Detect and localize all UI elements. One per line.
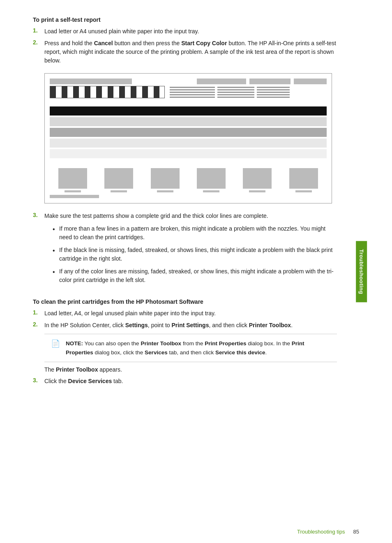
color-box-label-6 — [295, 190, 312, 192]
color-bands — [50, 102, 327, 165]
steps-list-2: 1. Load letter, A4, or legal unused plai… — [33, 309, 337, 330]
bullet-dot-3: • — [53, 267, 59, 284]
band-lighter — [50, 149, 327, 158]
hline — [257, 87, 290, 88]
note-box: 📄 NOTE: You can also open the Printer To… — [44, 334, 337, 362]
color-box-group-4 — [197, 168, 226, 192]
diagram-bar-right-2 — [249, 79, 291, 84]
color-box-group-3 — [151, 168, 180, 192]
step-2-content-3: Click the Device Services tab. — [44, 377, 337, 386]
right-lines-group — [170, 86, 290, 98]
diagram-bars-right — [197, 79, 327, 84]
step-number-3: 3. — [33, 212, 44, 289]
color-box-group-6 — [289, 168, 318, 192]
steps-list-step3: 3. Make sure the test patterns show a co… — [33, 212, 337, 289]
hline — [217, 92, 254, 93]
step-1: 1. Load letter or A4 unused plain white … — [33, 27, 337, 36]
color-box-label-4 — [203, 190, 219, 192]
color-box-4 — [197, 168, 226, 189]
hline — [170, 87, 215, 88]
color-box-group-2 — [104, 168, 133, 192]
color-box-label-5 — [249, 190, 265, 192]
bullet-list-1: • If more than a few lines in a pattern … — [53, 224, 337, 284]
sidebar-tab: Troubleshooting — [356, 241, 367, 302]
step-content-1: Load letter or A4 unused plain white pap… — [44, 27, 337, 36]
step-number-1: 1. — [33, 27, 44, 36]
hline — [257, 92, 290, 93]
band-black — [50, 106, 327, 116]
band-light1 — [50, 117, 327, 126]
checkerboard-pattern — [50, 86, 165, 98]
section1-heading: To print a self-test report — [33, 16, 337, 23]
hline — [170, 89, 215, 90]
color-box-1 — [58, 168, 87, 189]
bullet-item-1: • If more than a few lines in a pattern … — [53, 224, 337, 242]
steps-list-2-step3: 3. Click the Device Services tab. — [33, 377, 337, 386]
note-content: NOTE: You can also open the Printer Tool… — [66, 339, 330, 357]
hline — [217, 89, 254, 90]
lines-block-3 — [257, 86, 290, 98]
step-3: 3. Make sure the test patterns show a co… — [33, 212, 337, 289]
hline — [217, 97, 254, 98]
step-content-3: Make sure the test patterns show a compl… — [44, 212, 337, 289]
checkerboard-row — [50, 86, 327, 98]
band-medium — [50, 128, 327, 137]
hline — [257, 94, 290, 95]
color-box-2 — [104, 168, 133, 189]
ink-test-diagram — [44, 73, 332, 203]
color-box-group-1 — [58, 168, 87, 192]
color-box-label-2 — [111, 190, 127, 192]
step-2-content-2: In the HP Solution Center, click Setting… — [44, 321, 337, 330]
hline — [170, 97, 215, 98]
diagram-bar-right-3 — [294, 79, 327, 84]
band-light2 — [50, 139, 327, 148]
hline — [257, 89, 290, 90]
color-box-6 — [289, 168, 318, 189]
step-content-2: Press and hold the Cancel button and the… — [44, 39, 337, 65]
color-box-label-1 — [65, 190, 81, 192]
section2-heading: To clean the print cartridges from the H… — [33, 298, 337, 305]
bullet-dot-1: • — [53, 224, 59, 242]
diagram-top-row — [50, 79, 327, 84]
footer-label: Troubleshooting tips — [297, 529, 345, 535]
bullet-item-3: • If any of the color lines are missing,… — [53, 267, 337, 284]
step-2: 2. Press and hold the Cancel button and … — [33, 39, 337, 65]
bullet-dot-2: • — [53, 246, 59, 263]
lines-block-1 — [170, 86, 215, 98]
step-2-number-1: 1. — [33, 309, 44, 318]
hline — [257, 97, 290, 98]
step-2-1: 1. Load letter, A4, or legal unused plai… — [33, 309, 337, 318]
color-box-label-3 — [157, 190, 173, 192]
color-box-3 — [151, 168, 180, 189]
diagram-bottom-bar — [50, 195, 99, 198]
hline — [217, 94, 254, 95]
note-icon: 📄 — [51, 339, 61, 357]
page-footer: Troubleshooting tips 85 — [297, 529, 359, 535]
after-note-text: The Printer Toolbox appears. — [44, 366, 337, 373]
color-box-group-5 — [243, 168, 272, 192]
step-2-content-1: Load letter, A4, or legal unused plain w… — [44, 309, 337, 318]
steps-list-1: 1. Load letter or A4 unused plain white … — [33, 27, 337, 65]
step-2-number-3: 3. — [33, 377, 44, 386]
page-number: 85 — [353, 529, 359, 535]
diagram-bar-right-1 — [197, 79, 246, 84]
step-2-3: 3. Click the Device Services tab. — [33, 377, 337, 386]
lines-block-2 — [217, 86, 254, 98]
step-2-2: 2. In the HP Solution Center, click Sett… — [33, 321, 337, 330]
step-2-number-2: 2. — [33, 321, 44, 330]
page-content: To print a self-test report 1. Load lett… — [0, 0, 370, 422]
color-boxes-row — [50, 168, 327, 192]
step-number-2: 2. — [33, 39, 44, 65]
hline — [170, 94, 215, 95]
hline — [217, 87, 254, 88]
color-box-5 — [243, 168, 272, 189]
bullet-item-2: • If the black line is missing, faded, s… — [53, 246, 337, 263]
diagram-bar-left — [50, 79, 132, 84]
hline — [170, 92, 215, 93]
